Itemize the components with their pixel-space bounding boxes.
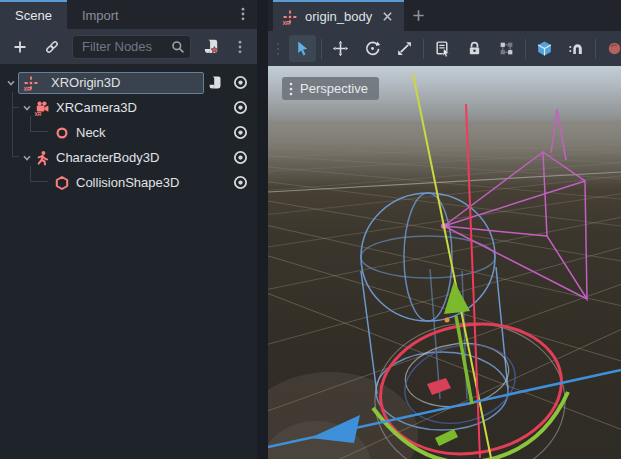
node-name: CollisionShape3D — [76, 175, 179, 190]
character-body-icon — [34, 150, 50, 166]
expand-caret-icon[interactable] — [20, 101, 34, 115]
expand-caret-icon[interactable] — [20, 151, 34, 165]
toolbar-separator — [595, 39, 596, 59]
toolbar-separator — [525, 39, 526, 59]
xr-origin-icon: XR — [282, 9, 298, 25]
expand-caret-icon[interactable] — [4, 76, 18, 90]
attach-script-button[interactable] — [199, 35, 223, 59]
gizmo-overlay — [268, 66, 621, 459]
scene-tab-label: origin_body — [305, 9, 372, 24]
tab-import-label: Import — [82, 8, 119, 23]
visibility-toggle[interactable] — [231, 174, 249, 192]
filter-nodes-field — [72, 35, 191, 59]
visibility-toggle[interactable] — [231, 99, 249, 117]
tab-scene-label: Scene — [15, 8, 52, 23]
node-name: XROrigin3D — [51, 75, 120, 90]
red-partial-tool-button[interactable] — [601, 35, 621, 62]
viewport-toolbar — [268, 31, 621, 66]
scene-dock-toolbar — [0, 29, 257, 64]
chain-link-icon — [44, 39, 60, 55]
perspective-view-menu[interactable]: Perspective — [282, 77, 379, 100]
group-node-button[interactable] — [493, 35, 520, 62]
green-plane-handle — [435, 429, 458, 446]
tree-row-collisionshape3d[interactable]: CollisionShape3D — [0, 170, 257, 195]
use-local-space-button[interactable] — [531, 35, 558, 62]
scene-tree-options-button[interactable] — [231, 35, 249, 59]
scale-tool-button[interactable] — [391, 35, 418, 62]
godot-editor-window: Scene Import — [0, 0, 621, 459]
scene-dock: Scene Import — [0, 0, 257, 459]
dock-tab-bar: Scene Import — [0, 0, 257, 29]
tree-row-neck[interactable]: Neck — [0, 120, 257, 145]
orange-marker-dot — [445, 318, 450, 323]
move-icon — [332, 40, 349, 57]
lock-icon — [466, 40, 483, 57]
select-cursor-icon — [294, 40, 311, 57]
list-select-icon — [434, 40, 451, 57]
xr-origin-icon: XR — [23, 75, 39, 91]
scale-icon — [396, 40, 413, 57]
lock-node-button[interactable] — [461, 35, 488, 62]
group-icon — [498, 40, 515, 57]
row-buttons — [207, 74, 257, 92]
plus-icon — [411, 8, 426, 23]
toolbar-separator — [321, 39, 322, 59]
tab-import[interactable]: Import — [67, 0, 134, 29]
rotate-icon — [364, 40, 381, 57]
use-snap-button[interactable] — [563, 35, 590, 62]
instantiate-scene-button[interactable] — [40, 35, 64, 59]
script-icon[interactable] — [207, 75, 223, 91]
eye-icon — [232, 99, 249, 116]
tab-scene[interactable]: Scene — [0, 0, 67, 29]
move-tool-button[interactable] — [327, 35, 354, 62]
list-select-tool-button[interactable] — [429, 35, 456, 62]
add-node-button[interactable] — [8, 35, 32, 59]
vertical-dots-icon — [288, 81, 294, 97]
local-space-cube-icon — [536, 40, 553, 57]
select-tool-button[interactable] — [289, 35, 316, 62]
eye-icon — [232, 149, 249, 166]
viewport-3d[interactable]: Perspective — [268, 66, 621, 459]
visibility-toggle[interactable] — [231, 74, 249, 92]
toolbar-drag-handle[interactable] — [272, 39, 284, 59]
scene-tree: XR XROrigin3D — [0, 64, 257, 459]
eye-icon — [232, 174, 249, 191]
node3d-ring-icon — [54, 125, 70, 141]
vertical-dots-icon — [235, 6, 251, 22]
rotation-rings — [371, 312, 571, 459]
tree-row-characterbody3d[interactable]: CharacterBody3D — [0, 145, 257, 170]
node-name: Neck — [76, 125, 106, 140]
scene-tab-bar: XR origin_body — [268, 0, 621, 31]
visibility-toggle[interactable] — [231, 149, 249, 167]
new-scene-tab-button[interactable] — [404, 0, 432, 31]
script-star-icon — [202, 38, 220, 56]
collision-shape-icon — [54, 175, 70, 191]
red-tool-icon — [606, 40, 621, 57]
eye-icon — [232, 74, 249, 91]
snap-magnet-icon — [568, 40, 585, 57]
node-name: CharacterBody3D — [56, 150, 159, 165]
perspective-label: Perspective — [300, 81, 368, 96]
main-editor-area: XR origin_body — [268, 0, 621, 459]
toolbar-separator — [423, 39, 424, 59]
visibility-toggle[interactable] — [231, 124, 249, 142]
close-scene-tab-button[interactable] — [379, 9, 395, 25]
tree-row-xrcamera3d[interactable]: XR XRCamera3D — [0, 95, 257, 120]
svg-text:XR: XR — [34, 110, 41, 115]
svg-text:XR: XR — [23, 85, 31, 90]
xr-camera-icon: XR — [34, 100, 50, 116]
vertical-dots-icon — [232, 39, 248, 55]
rotate-tool-button[interactable] — [359, 35, 386, 62]
eye-icon — [232, 124, 249, 141]
tree-row-xrorigin3d[interactable]: XR XROrigin3D — [0, 70, 257, 95]
plus-icon — [12, 39, 28, 55]
scene-tab-origin-body[interactable]: XR origin_body — [273, 0, 404, 31]
svg-text:XR: XR — [282, 19, 290, 24]
search-icon — [170, 39, 186, 55]
light-blob — [268, 372, 418, 459]
dock-tabs-menu-button[interactable] — [235, 6, 251, 22]
node-name: XRCamera3D — [56, 100, 137, 115]
close-icon — [381, 10, 394, 23]
selected-node-box: XR XROrigin3D — [18, 72, 204, 94]
